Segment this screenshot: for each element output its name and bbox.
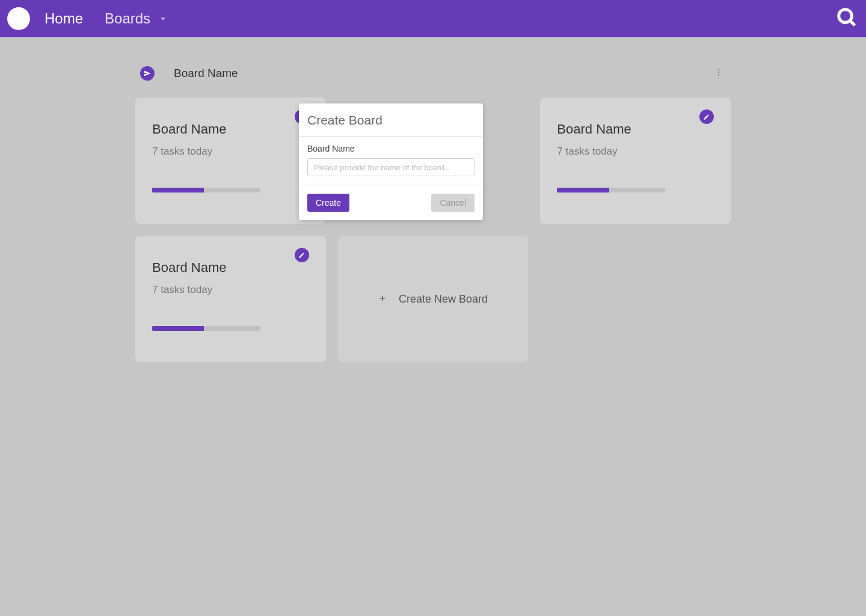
svg-point-3: [718, 72, 720, 73]
page-header: Board Name: [135, 61, 731, 85]
board-card[interactable]: Board Name 7 tasks today: [135, 236, 326, 362]
edit-button[interactable]: [699, 109, 714, 124]
plus-icon: [378, 293, 387, 306]
board-card[interactable]: Board Name 7 tasks today: [135, 97, 326, 224]
board-card-title: Board Name: [152, 122, 309, 137]
board-card-subtitle: 7 tasks today: [152, 284, 309, 296]
topbar: Home Boards: [0, 0, 866, 37]
nav-home[interactable]: Home: [45, 10, 83, 27]
board-card-subtitle: 7 tasks today: [557, 146, 714, 158]
paper-plane-icon: [140, 66, 155, 81]
progress-bar: [557, 188, 665, 192]
create-board-label: Create New Board: [399, 293, 488, 306]
progress-bar: [152, 188, 260, 192]
create-board-card[interactable]: Create New Board: [338, 236, 529, 362]
svg-line-1: [850, 20, 855, 25]
board-card-title: Board Name: [557, 122, 714, 137]
nav-boards-label: Boards: [105, 10, 150, 27]
svg-point-0: [839, 10, 852, 23]
chevron-down-icon: [158, 13, 168, 24]
create-button[interactable]: Create: [307, 194, 349, 212]
search-icon[interactable]: [835, 5, 859, 32]
progress-bar: [152, 326, 260, 331]
board-card-title: Board Name: [152, 260, 309, 276]
svg-point-2: [718, 69, 720, 70]
board-card-subtitle: 7 tasks today: [152, 146, 309, 158]
modal-title: Create Board: [299, 103, 483, 137]
logo: [7, 7, 30, 30]
svg-point-4: [718, 74, 720, 76]
create-board-modal: Create Board Board Name Create Cancel: [299, 103, 483, 220]
page-title: Board Name: [174, 67, 238, 80]
board-name-label: Board Name: [307, 144, 474, 153]
kebab-menu-icon[interactable]: [711, 65, 726, 82]
edit-button[interactable]: [295, 248, 309, 262]
board-card[interactable]: Board Name 7 tasks today: [540, 97, 731, 224]
board-name-input[interactable]: [307, 158, 474, 176]
nav-boards[interactable]: Boards: [105, 10, 168, 27]
cancel-button[interactable]: Cancel: [431, 194, 474, 212]
